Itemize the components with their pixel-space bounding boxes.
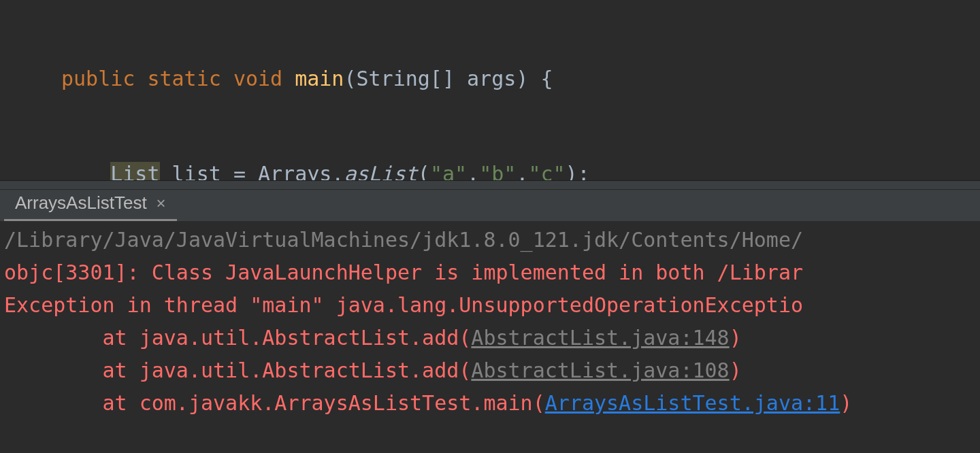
paren-close-1: ); xyxy=(566,162,590,181)
method-name-main: main xyxy=(295,67,344,90)
comma-1: , xyxy=(467,162,479,181)
st1-text: java.util.AbstractList.add( xyxy=(140,326,472,350)
console-output[interactable]: /Library/Java/JavaVirtualMachines/jdk1.8… xyxy=(0,221,980,420)
run-tab-bar: ArraysAsListTest × xyxy=(0,190,980,221)
at-prefix-1: at xyxy=(4,326,140,350)
at-prefix-2: at xyxy=(4,358,140,382)
string-a: "a" xyxy=(430,162,467,181)
type-list: List xyxy=(110,162,159,181)
paren-open-1: ( xyxy=(418,162,430,181)
st2-text: java.util.AbstractList.add( xyxy=(140,358,472,382)
stack-link-abstractlist-108[interactable]: AbstractList.java:108 xyxy=(471,358,729,382)
console-error-line-2: Exception in thread "main" java.lang.Uns… xyxy=(4,293,803,317)
op-eq: = xyxy=(233,162,246,181)
st3-close: ) xyxy=(840,391,852,415)
stack-link-abstractlist-148[interactable]: AbstractList.java:148 xyxy=(471,326,729,350)
close-icon[interactable]: × xyxy=(157,195,166,212)
string-b: "b" xyxy=(479,162,516,181)
method-aslist: asList xyxy=(344,162,417,181)
keyword-public: public xyxy=(61,67,135,90)
comma-2: , xyxy=(516,162,528,181)
code-editor[interactable]: public static void main(String[] args) {… xyxy=(0,0,980,180)
code-line-1: public static void main(String[] args) { xyxy=(61,63,980,95)
console-command-line: /Library/Java/JavaVirtualMachines/jdk1.8… xyxy=(4,228,803,252)
st2-close: ) xyxy=(730,358,742,382)
run-tab-arraysaslisttest[interactable]: ArraysAsListTest × xyxy=(4,188,177,221)
stack-trace-line-1: at java.util.AbstractList.add(AbstractLi… xyxy=(4,326,742,350)
var-list: list xyxy=(160,162,233,181)
run-tab-label: ArraysAsListTest xyxy=(15,192,147,214)
string-c: "c" xyxy=(528,162,565,181)
stack-trace-line-2: at java.util.AbstractList.add(AbstractLi… xyxy=(4,358,742,382)
stack-trace-line-3: at com.javakk.ArraysAsListTest.main(Arra… xyxy=(4,391,852,415)
keyword-void: void xyxy=(233,67,282,90)
stack-link-arraysaslisttest-11[interactable]: ArraysAsListTest.java:11 xyxy=(545,391,840,415)
code-line-2: List list = Arrays.asList("a","b","c"); xyxy=(61,158,980,181)
class-arrays: Arrays. xyxy=(246,162,344,181)
console-error-line-1: objc[3301]: Class JavaLaunchHelper is im… xyxy=(4,261,803,284)
st3-text: com.javakk.ArraysAsListTest.main( xyxy=(140,391,545,415)
keyword-static: static xyxy=(147,67,220,90)
at-prefix-3: at xyxy=(4,391,140,415)
st1-close: ) xyxy=(730,326,742,350)
method-params: (String[] args) { xyxy=(344,67,553,90)
